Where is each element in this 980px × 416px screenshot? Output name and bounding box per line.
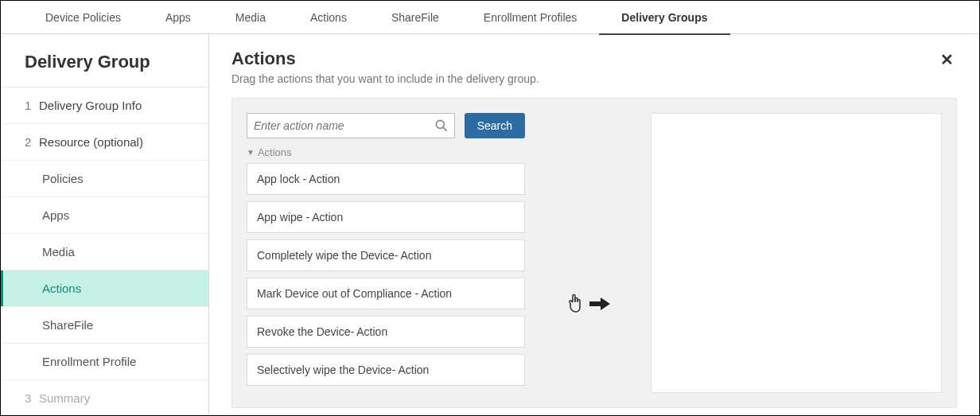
step-label: Summary <box>39 391 90 405</box>
action-item[interactable]: Revoke the Device- Action <box>247 316 525 348</box>
actions-list: App lock - Action App wipe - Action Comp… <box>247 163 525 386</box>
substep-policies[interactable]: Policies <box>1 161 208 197</box>
substep-media[interactable]: Media <box>1 234 208 270</box>
svg-point-0 <box>436 120 444 128</box>
svg-line-1 <box>443 127 447 131</box>
step-number: 2 <box>25 135 39 149</box>
arrow-right-icon <box>589 296 610 314</box>
close-button[interactable]: ✕ <box>937 49 957 71</box>
action-item[interactable]: Selectively wipe the Device- Action <box>247 354 525 386</box>
search-button[interactable]: Search <box>465 113 525 138</box>
step-label: Resource (optional) <box>39 135 143 149</box>
substep-enrollment-profile[interactable]: Enrollment Profile <box>1 344 208 380</box>
step-resource[interactable]: 2 Resource (optional) <box>1 124 208 161</box>
substep-sharefile[interactable]: ShareFile <box>1 307 208 344</box>
action-item[interactable]: App wipe - Action <box>247 201 525 233</box>
substep-label: Actions <box>42 282 81 295</box>
main-panel: Actions Drag the actions that you want t… <box>209 34 979 416</box>
tab-sharefile[interactable]: ShareFile <box>369 1 461 34</box>
substep-label: Enrollment Profile <box>42 355 136 368</box>
search-icon[interactable] <box>434 118 449 136</box>
tab-device-policies[interactable]: Device Policies <box>23 1 143 34</box>
substep-actions[interactable]: Actions <box>1 270 208 307</box>
page-subtitle: Drag the actions that you want to includ… <box>231 72 539 85</box>
step-delivery-group-info[interactable]: 1 Delivery Group Info <box>1 87 208 124</box>
tab-enrollment-profiles[interactable]: Enrollment Profiles <box>461 1 600 34</box>
top-tabs: Device Policies Apps Media Actions Share… <box>1 1 979 34</box>
action-item[interactable]: App lock - Action <box>247 163 525 195</box>
step-summary[interactable]: 3 Summary <box>1 380 208 416</box>
substep-label: Media <box>42 245 75 259</box>
wizard-sidebar: Delivery Group 1 Delivery Group Info 2 R… <box>1 34 209 416</box>
actions-list-header[interactable]: ▼ Actions <box>247 146 525 158</box>
app-frame: Device Policies Apps Media Actions Share… <box>0 0 980 416</box>
search-input[interactable] <box>247 114 430 138</box>
hand-pointer-icon <box>566 293 585 317</box>
substep-label: Policies <box>42 172 84 185</box>
sidebar-title: Delivery Group <box>1 34 208 87</box>
tab-delivery-groups[interactable]: Delivery Groups <box>599 1 729 34</box>
substep-label: ShareFile <box>42 318 93 332</box>
step-label: Delivery Group Info <box>39 99 142 112</box>
actions-list-header-label: Actions <box>258 146 292 158</box>
action-item[interactable]: Completely wipe the Device- Action <box>247 239 525 271</box>
search-box <box>247 113 455 138</box>
actions-source-column: Search ▼ Actions App lock - Action App w… <box>247 113 525 393</box>
step-number: 1 <box>25 99 39 112</box>
drag-hint <box>544 216 632 393</box>
tab-actions[interactable]: Actions <box>288 1 369 34</box>
actions-drop-target[interactable] <box>651 113 942 393</box>
substep-apps[interactable]: Apps <box>1 197 208 234</box>
substep-label: Apps <box>42 208 69 222</box>
tab-media[interactable]: Media <box>213 1 288 34</box>
workarea: Search ▼ Actions App lock - Action App w… <box>231 98 957 408</box>
page-title: Actions <box>231 49 539 69</box>
chevron-down-icon: ▼ <box>247 148 255 157</box>
step-number: 3 <box>25 391 39 405</box>
action-item[interactable]: Mark Device out of Compliance - Action <box>247 278 525 309</box>
tab-apps[interactable]: Apps <box>143 1 213 34</box>
